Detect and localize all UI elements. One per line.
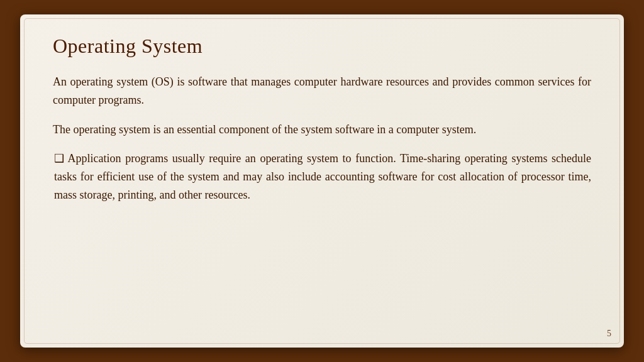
page-number: 5 bbox=[607, 329, 611, 339]
slide-title: Operating System bbox=[53, 35, 591, 58]
paragraph-2: The operating system is an essential com… bbox=[53, 121, 591, 139]
paragraph-3: ❑ Application programs usually require a… bbox=[53, 150, 591, 204]
paragraph-3-text: Application programs usually require an … bbox=[54, 152, 591, 201]
paragraph-1: An operating system (OS) is software tha… bbox=[53, 73, 591, 109]
bullet-icon: ❑ bbox=[54, 152, 64, 165]
slide-body: An operating system (OS) is software tha… bbox=[53, 73, 591, 322]
slide-container: Operating System An operating system (OS… bbox=[20, 14, 624, 348]
